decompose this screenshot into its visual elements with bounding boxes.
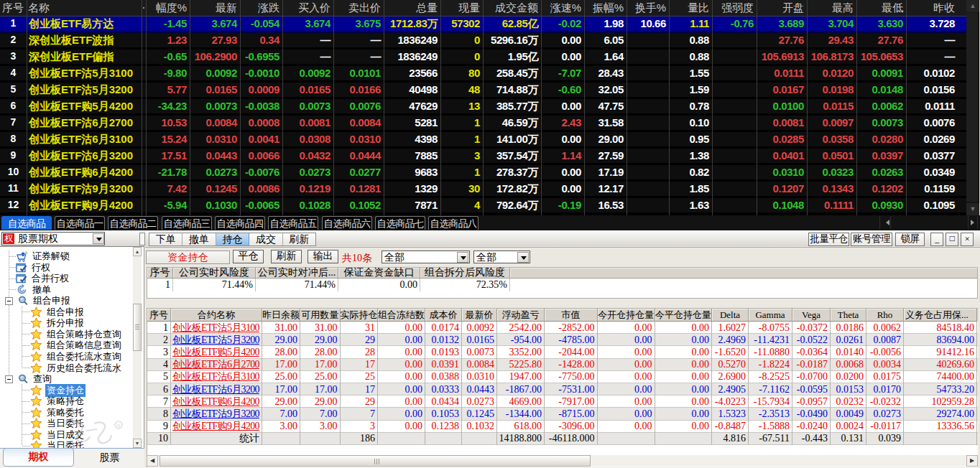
svg-text:R: R	[116, 423, 121, 429]
